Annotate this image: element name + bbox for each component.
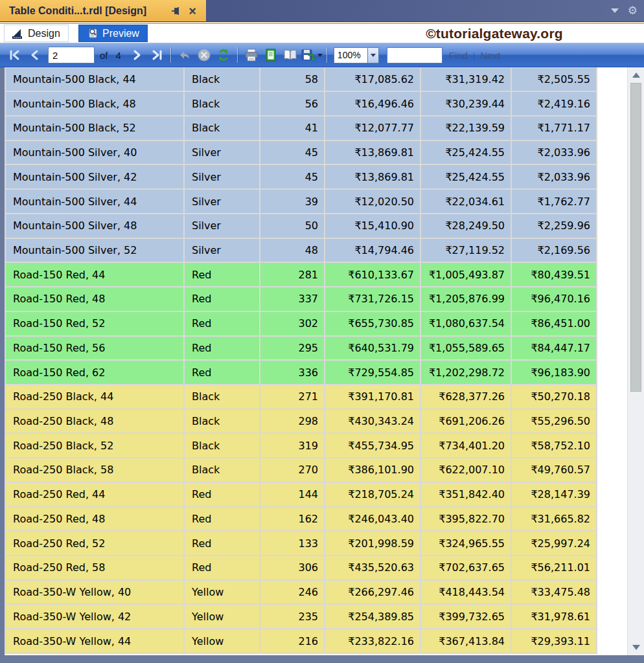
table-row: Road-250 Black, 58 Black 270 ₹386,101.90…	[5, 458, 597, 482]
next-page-button[interactable]	[128, 46, 147, 64]
cell-product: Road-150 Red, 62	[5, 360, 184, 385]
cell-color: Black	[184, 458, 260, 482]
cell-sales-amount: ₹1,202,298.72	[420, 360, 511, 385]
cell-sales-amount: ₹22,139.59	[420, 116, 511, 140]
scroll-down-icon[interactable]	[632, 645, 640, 650]
zoom-combobox[interactable]: 100%	[334, 47, 379, 63]
scrollbar-thumb[interactable]	[630, 83, 641, 392]
toolbar-separator	[170, 47, 171, 63]
page-number-input[interactable]	[48, 47, 95, 63]
export-button[interactable]	[300, 46, 323, 64]
export-dropdown-caret-icon[interactable]	[317, 54, 323, 57]
table-row: Mountain-500 Silver, 48 Silver 50 ₹15,41…	[5, 214, 597, 238]
zoom-value[interactable]: 100%	[334, 47, 367, 63]
cell-line-total: ₹13,869.81	[325, 164, 420, 189]
cell-product: Road-250 Black, 44	[5, 385, 184, 409]
find-next-divider: |	[473, 51, 475, 60]
cell-color: Yellow	[184, 604, 260, 629]
cell-product: Road-150 Red, 44	[5, 262, 184, 287]
cell-color: Red	[184, 482, 260, 507]
cell-sales-amount: ₹1,055,589.65	[420, 336, 511, 361]
cell-tax-amount: ₹1,771.17	[511, 116, 597, 140]
close-icon[interactable]: ×	[185, 4, 200, 18]
table-row: Road-250 Red, 44 Red 144 ₹218,705.24 ₹35…	[5, 482, 597, 507]
cell-sales-amount: ₹395,822.70	[420, 507, 511, 532]
table-row: Road-150 Red, 56 Red 295 ₹640,531.79 ₹1,…	[5, 336, 597, 361]
table-row: Road-150 Red, 48 Red 337 ₹731,726.15 ₹1,…	[5, 287, 597, 311]
cell-tax-amount: ₹33,475.48	[511, 580, 597, 605]
preview-magnifier-icon	[87, 28, 98, 39]
table-row: Mountain-500 Silver, 52 Silver 48 ₹14,79…	[5, 238, 597, 263]
print-button[interactable]	[242, 46, 261, 64]
cell-quantity: 39	[260, 189, 325, 214]
scroll-up-icon[interactable]	[632, 73, 640, 78]
vertical-scrollbar[interactable]	[627, 67, 644, 655]
gear-icon[interactable]: ⚙	[628, 5, 638, 16]
cell-sales-amount: ₹25,424.55	[420, 140, 511, 165]
cell-product: Road-250 Black, 58	[5, 458, 184, 482]
cell-color: Red	[184, 556, 260, 580]
cell-tax-amount: ₹80,439.51	[511, 262, 597, 287]
cell-tax-amount: ₹49,760.57	[511, 458, 597, 482]
cell-line-total: ₹435,520.63	[325, 556, 420, 580]
tab-preview-label: Preview	[102, 28, 139, 39]
cell-line-total: ₹731,726.15	[325, 287, 420, 311]
cell-line-total: ₹233,822.16	[325, 629, 420, 653]
cell-sales-amount: ₹28,249.50	[420, 214, 511, 238]
tutorialgateway-logo: ©tutorialgateway.org	[387, 26, 601, 41]
cell-tax-amount: ₹84,447.17	[511, 336, 597, 361]
refresh-button[interactable]	[214, 46, 233, 64]
cell-quantity: 56	[260, 91, 325, 116]
cell-quantity: 270	[260, 458, 325, 482]
cell-quantity: 50	[260, 214, 325, 238]
cell-product: Road-350-W Yellow, 44	[5, 629, 184, 653]
back-to-parent-button[interactable]	[175, 46, 194, 64]
cell-product: Mountain-500 Silver, 40	[5, 140, 184, 165]
cell-line-total: ₹391,170.81	[325, 385, 420, 409]
cell-line-total: ₹254,389.85	[325, 604, 420, 629]
cell-color: Black	[184, 385, 260, 409]
cell-tax-amount: ₹29,393.11	[511, 629, 597, 653]
tab-design[interactable]: Design	[4, 25, 69, 42]
cell-line-total: ₹729,554.85	[325, 360, 420, 385]
mode-tabstrip: Design Preview ©tutorialgateway.org	[0, 24, 644, 43]
last-page-button[interactable]	[147, 46, 167, 64]
document-tab[interactable]: Table Conditi...t.rdl [Design] ×	[0, 0, 206, 21]
cell-line-total: ₹610,133.67	[325, 262, 420, 287]
cell-line-total: ₹386,101.90	[325, 458, 420, 482]
cell-tax-amount: ₹58,752.10	[511, 433, 597, 458]
table-row: Road-250 Black, 44 Black 271 ₹391,170.81…	[5, 385, 597, 409]
cell-quantity: 162	[260, 507, 325, 532]
find-link[interactable]: Find	[449, 50, 468, 61]
table-row: Mountain-500 Silver, 44 Silver 39 ₹12,02…	[5, 189, 597, 214]
previous-page-button[interactable]	[25, 46, 44, 64]
page-setup-button[interactable]	[281, 46, 300, 64]
find-next-link[interactable]: Next	[480, 50, 500, 61]
cell-color: Red	[184, 360, 260, 385]
pin-icon[interactable]	[168, 4, 183, 18]
cell-sales-amount: ₹30,239.44	[420, 91, 511, 116]
cell-product: Road-350-W Yellow, 42	[5, 604, 184, 629]
table-row: Mountain-500 Silver, 40 Silver 45 ₹13,86…	[5, 140, 597, 165]
cell-color: Yellow	[184, 629, 260, 653]
cell-sales-amount: ₹1,080,637.54	[420, 311, 511, 336]
find-input[interactable]	[387, 47, 443, 63]
tab-preview[interactable]: Preview	[78, 25, 148, 42]
cell-line-total: ₹640,531.79	[325, 336, 420, 361]
cell-quantity: 48	[260, 238, 325, 263]
print-layout-button[interactable]	[261, 46, 281, 64]
cell-product: Mountain-500 Silver, 42	[5, 164, 184, 189]
cell-line-total: ₹16,496.46	[325, 91, 420, 116]
cell-color: Black	[184, 91, 260, 116]
stop-button[interactable]	[194, 46, 214, 64]
zoom-dropdown-button[interactable]	[367, 47, 379, 63]
cell-product: Road-250 Red, 52	[5, 531, 184, 556]
cell-sales-amount: ₹628,377.26	[420, 385, 511, 409]
cell-quantity: 45	[260, 140, 325, 165]
first-page-button[interactable]	[5, 46, 25, 64]
cell-product: Road-150 Red, 48	[5, 287, 184, 311]
cell-sales-amount: ₹25,424.55	[420, 164, 511, 189]
document-tab-title: Table Conditi...t.rdl [Design]	[9, 5, 166, 17]
window-chevron-down-icon[interactable]	[611, 8, 619, 13]
cell-quantity: 216	[260, 629, 325, 653]
